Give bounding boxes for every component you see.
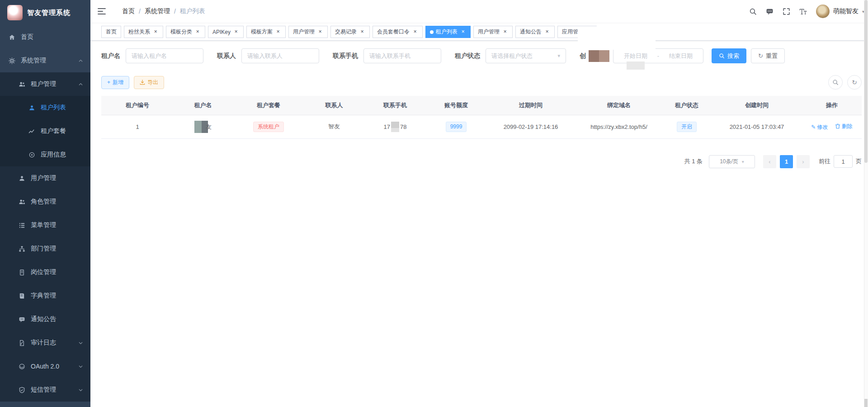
close-icon[interactable]: × [502,29,508,35]
tab[interactable]: 用户管理 × [473,26,513,38]
home-icon [8,33,15,41]
cell-status: 开启 [662,115,712,138]
sidebar-item[interactable]: 部门管理 [0,237,90,260]
status-tag: 开启 [677,122,697,132]
app-logo: 智友管理系统 [0,0,90,25]
edit-link[interactable]: ✎修改 [811,123,828,131]
tab[interactable]: 通知公告 × [515,26,555,38]
search-icon[interactable] [749,8,757,15]
chevron-icon [78,341,83,345]
sidebar: 智友管理系统 首页 系统管理 租户管理 [0,0,90,407]
cell-domain: https://zy.xbx2.top/h5/ [576,115,662,138]
page-number-button[interactable]: 1 [780,155,793,168]
column-header: 创建时间 [712,96,802,115]
column-header: 租户编号 [101,96,174,115]
tenant-table: 租户编号租户名租户套餐联系人联系手机账号额度过期时间绑定域名租户状态创建时间操作… [101,96,862,139]
close-icon[interactable]: × [317,29,323,35]
phone-input[interactable] [363,48,441,63]
tab[interactable]: 首页 [101,26,121,38]
column-header: 绑定域名 [576,96,662,115]
sidebar-item[interactable]: 菜单管理 [0,213,90,237]
caret-down-icon: ▾ [742,159,744,164]
close-icon[interactable]: × [544,29,550,35]
shield-icon [18,386,25,393]
topbar-actions: 萌能智友 ▾ [749,5,864,18]
next-page-button[interactable]: › [797,155,810,168]
close-icon[interactable]: × [152,29,159,35]
font-size-icon[interactable] [799,8,807,15]
active-dot [430,30,434,34]
chevron-icon [78,364,83,369]
page-size-select[interactable]: 10条/页 ▾ [709,155,755,168]
collapse-menu-icon[interactable] [98,8,106,15]
close-icon[interactable]: × [412,29,418,35]
status-field-group: 租户状态 请选择租户状态 ▾ [455,48,566,63]
circle-dot-icon [28,151,35,158]
close-icon[interactable]: × [194,29,201,35]
tab[interactable]: APIKey × [208,26,244,38]
user-menu[interactable]: 萌能智友 ▾ [816,5,864,18]
sidebar-menu: 首页 系统管理 租户管理 租户列表 [0,25,90,402]
sidebar-item[interactable]: 短信管理 [0,378,90,402]
reset-button[interactable]: ↻ 重置 [751,48,785,63]
export-button[interactable]: 导出 [134,76,164,89]
tab[interactable]: 会员套餐口令 × [373,26,423,38]
page-scrollbar[interactable] [864,0,868,407]
sidebar-item[interactable]: 租户套餐 [0,119,90,143]
tag-view-bar: 首页 粉丝关系 × 模板分类 × APIKey [90,23,868,41]
logo-avatar-image [7,5,23,20]
sidebar-item[interactable]: 岗位管理 [0,260,90,284]
search-icon [832,79,839,85]
tenant-name-input[interactable] [126,48,203,63]
tab[interactable]: 粉丝关系 × [124,26,163,38]
table-header: 租户编号租户名租户套餐联系人联系手机账号额度过期时间绑定域名租户状态创建时间操作 [101,96,862,115]
tab[interactable]: 模板方案 × [246,26,286,38]
close-icon[interactable]: × [460,29,466,35]
scrollbar-thumb[interactable] [864,0,868,163]
sidebar-item[interactable]: 通知公告 [0,308,90,331]
sidebar-item[interactable]: OAuth 2.0 [0,355,90,378]
tab[interactable]: 租户列表 × [425,26,471,38]
close-icon[interactable]: × [359,29,365,35]
sidebar-item[interactable]: 字典管理 [0,284,90,308]
sidebar-item[interactable]: 首页 [0,25,90,49]
message-icon[interactable] [766,8,774,15]
close-icon[interactable]: × [233,29,239,35]
breadcrumb-item[interactable]: 首页 [114,7,135,15]
add-button[interactable]: + 新增 [101,76,129,89]
tenant-table-wrap: 租户编号租户名租户套餐联系人联系手机账号额度过期时间绑定域名租户状态创建时间操作… [90,90,868,139]
chart-icon [28,128,35,135]
cell-tenant-name: 友 [174,115,232,138]
tab[interactable]: 交易记录 × [330,26,370,38]
breadcrumb-item[interactable]: / 系统管理 [135,7,170,15]
sidebar-item[interactable]: 租户管理 [0,72,90,96]
refresh-table-button[interactable]: ↻ [847,75,862,90]
contact-input[interactable] [241,48,319,63]
prev-page-button[interactable]: ‹ [763,155,776,168]
search-icon [719,53,725,59]
sidebar-item[interactable]: 租户列表 [0,96,90,119]
goto-page-input[interactable] [834,155,853,168]
sidebar-item[interactable]: 审计日志 [0,331,90,355]
status-label: 租户状态 [455,52,480,60]
tab[interactable]: 模板分类 × [166,26,205,38]
fullscreen-icon[interactable] [783,8,790,15]
download-icon [140,80,145,85]
status-select[interactable]: 请选择租户状态 ▾ [486,48,566,63]
table-right-tools: ↻ [828,75,862,90]
sidebar-item[interactable]: 应用信息 [0,143,90,166]
table-row[interactable]: 1 友 系统租户 智友 1778 9999 2099-02-19 17:14:1… [101,115,862,138]
scrollbar-bottom [864,399,868,407]
sidebar-item[interactable]: 系统管理 [0,49,90,72]
sidebar-item[interactable]: 用户管理 [0,166,90,190]
breadcrumb: 首页 / 系统管理 / 租户列表 [114,7,205,15]
breadcrumb-item[interactable]: / 租户列表 [170,7,205,15]
close-icon[interactable]: × [275,29,281,35]
search-button[interactable]: 搜索 [712,48,746,63]
page-unit-label: 页 [856,157,862,166]
sidebar-item[interactable]: 角色管理 [0,190,90,213]
pagination: 共 1 条 10条/页 ▾ ‹ 1 › 前往 页 [90,139,868,168]
delete-link[interactable]: 删除 [835,123,853,130]
toggle-search-button[interactable] [828,75,843,90]
tab[interactable]: 用户管理 × [288,26,328,38]
